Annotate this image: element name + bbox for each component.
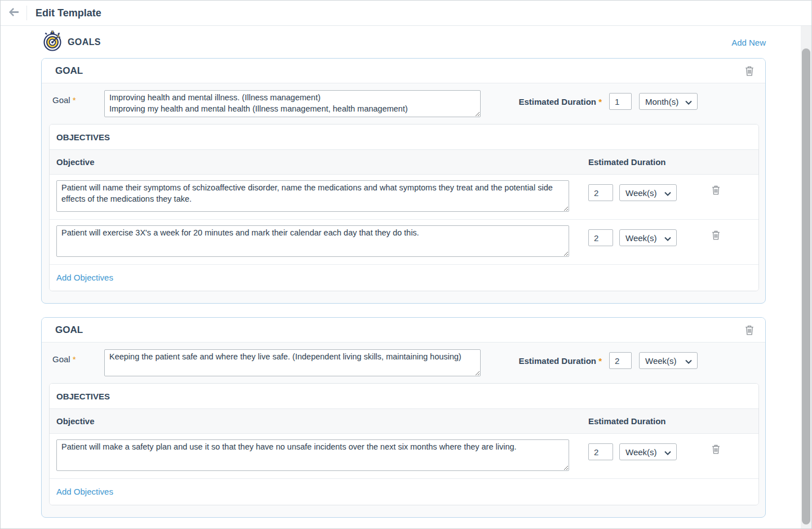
required-marker: *	[73, 354, 76, 364]
objective-row: Patient will make a safety plan and use …	[50, 434, 758, 479]
goal-card-title: GOAL	[55, 324, 83, 336]
objective-duration-value-input[interactable]	[588, 443, 613, 460]
goal-card-header: GOAL	[42, 59, 765, 83]
required-marker: *	[598, 97, 602, 106]
objective-duration-unit-select[interactable]: Week(s)	[619, 184, 677, 201]
goal-duration-unit-select[interactable]: Month(s)	[639, 93, 698, 110]
title-divider	[26, 6, 27, 20]
objective-text-input[interactable]: Patient will make a safety plan and use …	[56, 439, 569, 471]
goal-field-label: Goal *	[52, 349, 104, 364]
estimated-duration-column-header: Estimated Duration	[588, 416, 666, 426]
goal-duration-value-input[interactable]	[609, 352, 632, 369]
arrow-left-icon	[8, 7, 19, 19]
objectives-box: OBJECTIVES Objective Estimated Duration …	[49, 383, 759, 505]
objective-duration-group: Week(s)	[588, 225, 677, 246]
chevron-down-icon	[685, 356, 692, 366]
goals-section-header: GOALS Add New	[42, 30, 766, 54]
goal-duration-value-input[interactable]	[609, 93, 632, 110]
goal-text-input[interactable]: Keeping the patient safe and where they …	[104, 349, 481, 376]
trash-icon	[712, 233, 720, 242]
objective-row: Patient will exercise 3X's a week for 20…	[50, 220, 758, 265]
objective-duration-unit-select[interactable]: Week(s)	[619, 443, 677, 460]
trash-icon	[745, 328, 754, 337]
objective-duration-value-input[interactable]	[588, 184, 613, 201]
goal-text-input[interactable]: Improving health and mental illness. (Il…	[104, 90, 481, 117]
goal-card-title: GOAL	[55, 65, 83, 77]
delete-objective-button[interactable]	[712, 180, 720, 195]
required-marker: *	[73, 95, 76, 105]
add-objectives-link[interactable]: Add Objectives	[56, 487, 113, 496]
goal-field-row: Goal * Improving health and mental illne…	[42, 83, 765, 124]
chevron-down-icon	[685, 97, 692, 106]
chevron-down-icon	[664, 447, 671, 457]
objective-duration-group: Week(s)	[588, 180, 677, 201]
objective-text-input[interactable]: Patient will name their symptoms of schi…	[56, 180, 569, 212]
objectives-title: OBJECTIVES	[50, 125, 758, 150]
chevron-down-icon	[664, 188, 671, 198]
delete-objective-button[interactable]	[712, 439, 720, 454]
delete-objective-button[interactable]	[712, 225, 720, 240]
add-objectives-row: Add Objectives	[50, 479, 758, 505]
objective-duration-group: Week(s)	[588, 439, 677, 460]
vertical-scrollbar-track[interactable]	[801, 26, 811, 528]
chevron-down-icon	[664, 233, 671, 243]
objective-text-input[interactable]: Patient will exercise 3X's a week for 20…	[56, 225, 569, 257]
objectives-title: OBJECTIVES	[50, 384, 758, 409]
objectives-box: OBJECTIVES Objective Estimated Duration …	[49, 124, 759, 291]
goal-duration-group: Estimated Duration * Week(s)	[518, 349, 698, 369]
trash-icon	[712, 447, 720, 456]
objectives-column-headers: Objective Estimated Duration	[50, 150, 758, 175]
page-title: Edit Template	[36, 7, 101, 19]
top-bar: Edit Template	[1, 1, 811, 26]
trash-icon	[745, 69, 754, 78]
objective-row: Patient will name their symptoms of schi…	[50, 175, 758, 220]
goal-field-label: Goal *	[52, 90, 104, 105]
back-button[interactable]	[1, 7, 26, 19]
objective-duration-unit-select[interactable]: Week(s)	[619, 229, 677, 246]
edit-template-window: Edit Template GOALS Add New	[0, 0, 812, 529]
objective-duration-value-input[interactable]	[588, 229, 613, 246]
objective-column-header: Objective	[56, 416, 588, 426]
estimated-duration-label: Estimated Duration *	[518, 356, 602, 366]
goals-target-icon	[42, 30, 63, 54]
add-new-goal-link[interactable]: Add New	[731, 38, 766, 47]
goal-field-row: Goal * Keeping the patient safe and wher…	[42, 343, 765, 383]
goal-duration-unit-select[interactable]: Week(s)	[639, 352, 698, 369]
delete-goal-button[interactable]	[745, 66, 754, 76]
goals-section-title: GOALS	[68, 37, 101, 47]
estimated-duration-label: Estimated Duration *	[518, 97, 602, 106]
required-marker: *	[598, 356, 602, 366]
goal-card-header: GOAL	[42, 318, 765, 343]
add-objectives-row: Add Objectives	[50, 265, 758, 291]
goal-card: GOAL Goal * Improving health and mental …	[41, 58, 766, 304]
trash-icon	[712, 188, 720, 197]
estimated-duration-column-header: Estimated Duration	[588, 157, 666, 167]
goal-duration-group: Estimated Duration * Month(s)	[518, 90, 698, 110]
delete-goal-button[interactable]	[745, 325, 754, 335]
goal-card: GOAL Goal * Keeping the patient safe and…	[41, 317, 766, 518]
objective-column-header: Objective	[56, 157, 588, 167]
main-content: GOALS Add New GOAL Goal *	[41, 30, 766, 529]
objectives-column-headers: Objective Estimated Duration	[50, 409, 758, 434]
vertical-scrollbar-thumb[interactable]	[802, 48, 810, 524]
add-objectives-link[interactable]: Add Objectives	[56, 273, 113, 282]
